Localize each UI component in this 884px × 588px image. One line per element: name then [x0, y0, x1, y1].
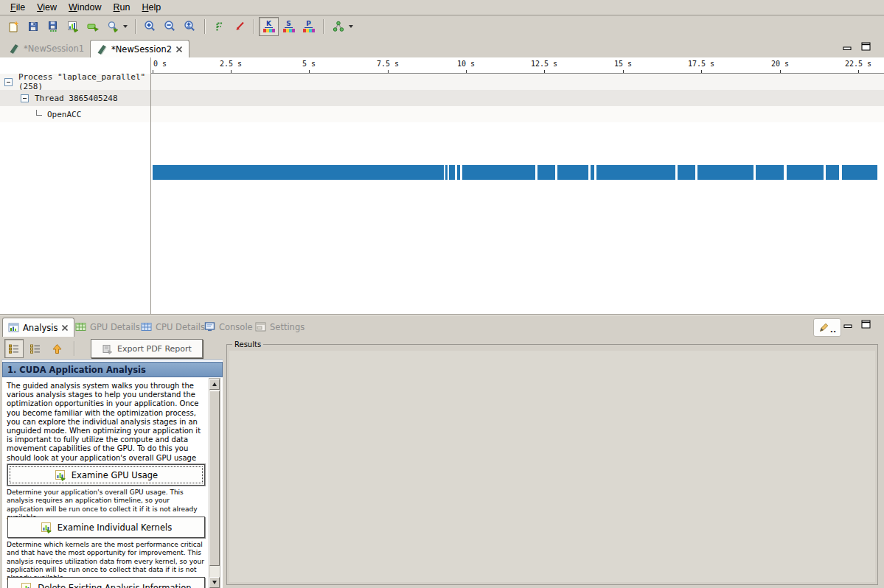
guided-list-icon [8, 343, 20, 354]
scrollbar-thumb[interactable] [209, 391, 220, 566]
openacc-interval[interactable] [153, 165, 444, 180]
view-menu-button[interactable]: .. [813, 318, 841, 337]
tree-row-thread[interactable]: Thread 3865405248 [0, 90, 150, 106]
maximize-panel-button[interactable] [860, 319, 873, 331]
console-icon [204, 321, 215, 332]
save-session-button[interactable] [23, 17, 43, 36]
tab-newsession2[interactable]: *NewSession2 [90, 40, 189, 58]
tab-gpu-details[interactable]: GPU Details [70, 318, 145, 336]
openacc-interval[interactable] [462, 165, 535, 180]
back-up-button[interactable] [47, 339, 66, 358]
timeline-row-process[interactable] [151, 74, 884, 90]
ruler-label: 5 s [302, 60, 316, 68]
chevron-down-icon[interactable] [123, 25, 128, 28]
openacc-interval[interactable] [756, 165, 784, 180]
timeline-row-openacc[interactable] [151, 106, 884, 122]
tab-label: Analysis [23, 323, 58, 333]
maximize-icon [861, 42, 871, 52]
minimize-view-button[interactable] [841, 43, 855, 55]
openacc-interval[interactable] [591, 165, 594, 180]
save-all-icon [47, 21, 59, 32]
zoom-fit-button[interactable] [180, 17, 200, 36]
tab-analysis[interactable]: Analysis [2, 318, 74, 337]
tree-row-openacc[interactable]: OpenACC [0, 106, 150, 122]
delete-analysis-info-label: Delete Existing Analysis Information [38, 583, 191, 588]
openacc-interval[interactable] [678, 165, 695, 180]
export-pdf-button[interactable]: Export PDF Report [91, 339, 203, 358]
process-ksp-icon: P [302, 21, 316, 32]
analysis-scrollbar[interactable] [209, 378, 220, 588]
process-color-toggle[interactable]: P [299, 17, 319, 36]
tree-timeline-divider[interactable] [150, 57, 151, 314]
dashed-f-icon [214, 21, 226, 32]
ruler-label: 22.5 s [845, 60, 871, 68]
analysis-panel: Analysis GPU Details CPU Details Console [0, 315, 884, 588]
generate-timeline-button[interactable] [63, 17, 83, 36]
analysis-section-header: 1. CUDA Application Analysis [2, 362, 223, 377]
section-body-text: The guided analysis system walks you thr… [7, 382, 204, 472]
session-icon [9, 43, 20, 55]
tree-row-process[interactable]: Process "laplace_parallel" (258) [0, 74, 150, 90]
nvvp-window: File View Window Run Help [0, 0, 884, 588]
ruler-tick [153, 70, 153, 73]
zoom-out-button[interactable] [160, 17, 180, 36]
mark-range-button[interactable] [209, 17, 229, 36]
menu-window[interactable]: Window [63, 1, 107, 13]
new-session-button[interactable] [3, 17, 23, 36]
openacc-interval[interactable] [596, 165, 675, 180]
examine-gpu-usage-button[interactable]: Examine GPU Usage [7, 464, 205, 486]
tab-settings[interactable]: Settings [250, 318, 310, 336]
close-icon[interactable] [175, 46, 183, 53]
openacc-interval[interactable] [787, 165, 824, 180]
menu-help[interactable]: Help [136, 1, 167, 13]
gpu-details-icon [75, 321, 86, 332]
inspect-run-button[interactable] [102, 17, 122, 36]
menu-file[interactable]: File [4, 1, 31, 13]
collapse-expander-icon[interactable] [21, 94, 29, 102]
menu-run[interactable]: Run [108, 1, 136, 13]
tab-label: GPU Details [90, 322, 140, 332]
chevron-down-icon[interactable] [349, 25, 353, 28]
red-marker-icon [234, 21, 246, 32]
thread-label: Thread 3865405248 [35, 94, 118, 103]
guided-analysis-toggle[interactable] [4, 339, 24, 358]
minimize-panel-button[interactable] [842, 321, 855, 332]
run-analysis-button[interactable] [83, 17, 102, 36]
stream-color-toggle[interactable]: S [279, 17, 299, 36]
scroll-up-button[interactable] [209, 379, 220, 390]
openacc-interval[interactable] [445, 165, 448, 180]
analysis-body: The guided analysis system walks you thr… [2, 378, 209, 588]
zoom-out-icon [164, 20, 176, 32]
ruler-tick [623, 70, 624, 73]
openacc-interval[interactable] [557, 165, 588, 180]
zoom-in-icon [144, 20, 156, 32]
examine-individual-kernels-button[interactable]: Examine Individual Kernels [7, 517, 205, 538]
goto-marker-button[interactable] [229, 17, 249, 36]
section-title: 1. CUDA Application Analysis [7, 365, 146, 375]
tab-newsession1[interactable]: *NewSession1 [3, 40, 90, 57]
collapse-expander-icon[interactable] [4, 78, 13, 86]
maximize-view-button[interactable] [860, 41, 873, 53]
kernel-color-toggle[interactable]: K [259, 17, 279, 36]
save-all-button[interactable] [43, 17, 63, 36]
timeline-row-thread[interactable] [151, 90, 884, 106]
openacc-interval[interactable] [842, 165, 877, 180]
openacc-interval[interactable] [457, 165, 460, 180]
ruler-label: 10 s [457, 60, 475, 68]
openacc-interval[interactable] [449, 165, 455, 180]
close-icon[interactable] [61, 324, 69, 332]
toolbar-separator [135, 19, 136, 34]
openacc-interval[interactable] [697, 165, 754, 180]
tab-console[interactable]: Console [199, 318, 258, 336]
zoom-in-button[interactable] [140, 17, 160, 36]
openacc-interval[interactable] [826, 165, 839, 180]
unguided-analysis-toggle[interactable] [26, 339, 45, 358]
delete-analysis-info-button[interactable]: Delete Existing Analysis Information [7, 577, 205, 588]
timeline-view: 0 s2.5 s5 s7.5 s10 s12.5 s15 s17.5 s20 s… [0, 57, 884, 315]
analysis-tree-button[interactable] [328, 17, 348, 36]
openacc-interval[interactable] [537, 165, 555, 180]
menu-view[interactable]: View [31, 1, 63, 13]
tab-label: Settings [270, 322, 304, 332]
new-session-icon [7, 21, 19, 32]
scroll-down-button[interactable] [209, 577, 220, 588]
